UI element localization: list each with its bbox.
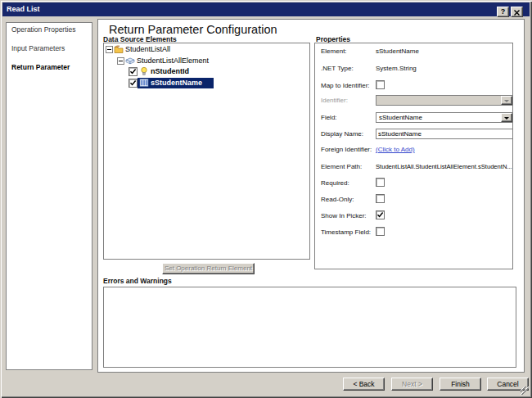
back-button[interactable]: < Back [343, 378, 385, 391]
tree-node-studentlistall[interactable]: StudentListAll [125, 45, 170, 53]
foreign-identifier-label: Foreign Identifier: [321, 146, 372, 153]
net-type-value: System.String [376, 65, 417, 72]
set-operation-return-element-button[interactable]: Set Operation Return Element [162, 263, 255, 274]
show-in-picker-checkbox[interactable] [376, 210, 385, 219]
chevron-down-icon [504, 100, 509, 102]
check-icon [129, 79, 137, 87]
element-path-label: Element Path: [321, 163, 362, 170]
properties-panel: Element: sStudentName .NET Type: System.… [314, 43, 513, 269]
timestamp-field-checkbox[interactable] [376, 227, 385, 236]
errors-and-warnings-box [103, 287, 516, 368]
element-label: Element: [321, 47, 347, 55]
tree-node-sstudentname[interactable]: sStudentName [151, 79, 202, 87]
timestamp-field-label: Timestamp Field: [321, 228, 371, 236]
help-icon: ? [501, 7, 506, 16]
identifier-select [376, 95, 513, 106]
foreign-identifier-link[interactable]: (Click to Add) [376, 146, 415, 153]
tree-checkbox-sstudentname[interactable] [128, 79, 138, 88]
database-folder-icon [114, 44, 124, 54]
finish-button[interactable]: Finish [440, 378, 481, 391]
wizard-step-list: Operation Properties Input Parameters Re… [6, 22, 92, 370]
element-value: sStudentName [376, 47, 419, 55]
identifier-dropdown-button [501, 96, 512, 105]
display-name-label: Display Name: [321, 130, 363, 138]
close-icon [514, 10, 520, 16]
read-only-label: Read-Only: [321, 196, 354, 203]
tree-checkbox-nstudentid[interactable] [128, 67, 138, 76]
map-to-identifier-label: Map to Identifier: [321, 82, 370, 89]
tree-collapse-icon[interactable] [106, 46, 113, 53]
close-button[interactable] [511, 7, 523, 17]
element-path-value: StudentListAll.StudentListAllElement.sSt… [376, 163, 515, 170]
check-icon [129, 68, 137, 75]
help-button[interactable]: ? [497, 7, 509, 17]
read-only-checkbox[interactable] [376, 194, 385, 203]
field-select[interactable]: sStudentName [376, 112, 513, 123]
next-button[interactable]: Next > [391, 378, 433, 391]
window-title: Read List [7, 5, 40, 13]
show-in-picker-label: Show In Picker: [321, 212, 367, 219]
display-name-input[interactable] [376, 129, 513, 139]
required-checkbox[interactable] [376, 178, 385, 187]
data-source-tree: StudentListAll StudentListAllElement nSt… [103, 43, 310, 260]
field-label: Field: [321, 114, 337, 121]
tree-node-nstudentid[interactable]: nStudentId [151, 67, 189, 75]
field-dropdown-button[interactable] [501, 113, 512, 122]
resize-grip[interactable] [521, 387, 529, 395]
key-icon [139, 66, 149, 76]
title-bar: Read List ? [2, 2, 530, 16]
map-to-identifier-checkbox[interactable] [376, 80, 385, 89]
identifier-label: Identifier: [321, 97, 348, 104]
required-label: Required: [321, 179, 349, 187]
net-type-label: .NET Type: [321, 65, 354, 72]
main-panel: Return Parameter Configuration Data Sour… [97, 19, 525, 373]
tree-collapse-icon[interactable] [117, 57, 124, 65]
element-slab-icon [125, 56, 135, 66]
tree-node-studentlistallelement[interactable]: StudentListAllElement [137, 57, 209, 65]
check-icon [376, 211, 384, 219]
page-title: Return Parameter Configuration [109, 23, 277, 36]
columns-icon [139, 78, 149, 88]
sidebar-item-input-parameters[interactable]: Input Parameters [7, 42, 92, 61]
sidebar-item-operation-properties[interactable]: Operation Properties [7, 23, 92, 42]
errors-and-warnings-label: Errors and Warnings [103, 277, 172, 285]
sidebar-item-return-parameter[interactable]: Return Parameter [7, 61, 92, 79]
chevron-down-icon [504, 117, 509, 120]
